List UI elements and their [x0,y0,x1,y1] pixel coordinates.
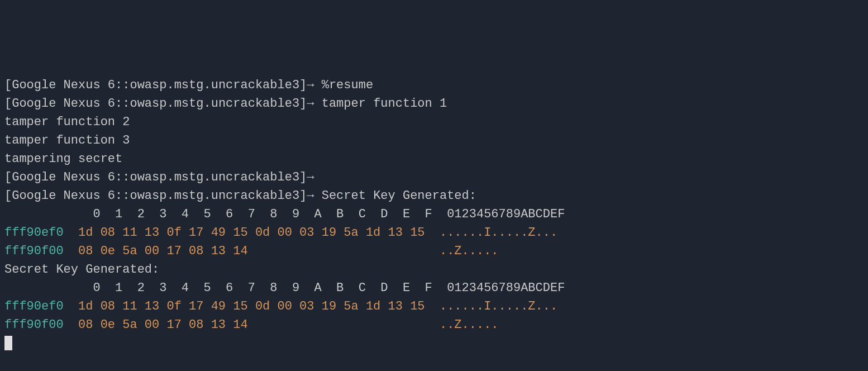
hexdump-bytes: 08 0e 5a 00 17 08 13 14 [64,244,440,258]
terminal-line: 0 1 2 3 4 5 6 7 8 9 A B C D E F 01234567… [4,279,864,297]
hexdump-address: fff90f00 [4,318,64,332]
hexdump-ascii: ......I.....Z... [440,299,557,313]
cursor-line[interactable] [4,334,864,353]
terminal-line: 0 1 2 3 4 5 6 7 8 9 A B C D E F 01234567… [4,205,864,223]
prompt-device: [Google Nexus 6 [4,97,115,111]
output-text: tamper function 3 [4,134,130,148]
hexdump-address: fff90f00 [4,244,64,258]
hexdump-bytes: 1d 08 11 13 0f 17 49 15 0d 00 03 19 5a 1… [64,299,440,313]
terminal-line: tamper function 3 [4,131,864,150]
hexdump-header: 0 1 2 3 4 5 6 7 8 9 A B C D E F 01234567… [4,281,565,295]
prompt-arrow-icon: → [307,170,314,184]
terminal-line: tampering secret [4,150,864,168]
terminal-line: [Google Nexus 6::owasp.mstg.uncrackable3… [4,94,864,113]
prompt-arrow-icon: → [307,189,321,203]
terminal-line: [Google Nexus 6::owasp.mstg.uncrackable3… [4,168,864,187]
prompt-arrow-icon: → [307,97,321,111]
prompt-package: owasp.mstg.uncrackable3] [130,97,307,111]
hexdump-ascii: ..Z..... [440,318,499,332]
prompt-arrow-icon: → [307,78,321,92]
hexdump-ascii: ..Z..... [440,244,499,258]
terminal-line: tamper function 2 [4,113,864,131]
prompt-separator: :: [115,97,130,111]
output-text: tamper function 2 [4,115,130,129]
output-text: Secret Key Generated: [4,263,159,277]
prompt-device: [Google Nexus 6 [4,78,115,92]
hexdump-bytes: 1d 08 11 13 0f 17 49 15 0d 00 03 19 5a 1… [64,226,440,240]
hexdump-address: fff90ef0 [4,299,64,313]
hexdump-ascii: ......I.....Z... [440,226,557,240]
prompt-separator: :: [115,189,130,203]
terminal-line: fff90f00 08 0e 5a 00 17 08 13 14 ..Z....… [4,242,864,260]
prompt-package: owasp.mstg.uncrackable3] [130,189,307,203]
terminal-line: [Google Nexus 6::owasp.mstg.uncrackable3… [4,76,864,94]
output-text: tampering secret [4,152,122,166]
terminal-line: fff90ef0 1d 08 11 13 0f 17 49 15 0d 00 0… [4,223,864,242]
command-text: Secret Key Generated: [322,189,476,203]
terminal-line: fff90f00 08 0e 5a 00 17 08 13 14 ..Z....… [4,316,864,334]
prompt-separator: :: [115,170,130,184]
hexdump-bytes: 08 0e 5a 00 17 08 13 14 [64,318,440,332]
prompt-package: owasp.mstg.uncrackable3] [130,170,307,184]
terminal-line: Secret Key Generated: [4,260,864,279]
cursor-icon [4,336,12,350]
command-text: tamper function 1 [322,97,447,111]
hexdump-address: fff90ef0 [4,226,64,240]
prompt-device: [Google Nexus 6 [4,170,115,184]
hexdump-header: 0 1 2 3 4 5 6 7 8 9 A B C D E F 01234567… [4,207,565,221]
command-text: %resume [322,78,373,92]
prompt-separator: :: [115,78,130,92]
terminal-line: [Google Nexus 6::owasp.mstg.uncrackable3… [4,187,864,205]
prompt-package: owasp.mstg.uncrackable3] [130,78,307,92]
prompt-device: [Google Nexus 6 [4,189,115,203]
terminal-line: fff90ef0 1d 08 11 13 0f 17 49 15 0d 00 0… [4,297,864,316]
terminal-output[interactable]: [Google Nexus 6::owasp.mstg.uncrackable3… [4,76,864,353]
